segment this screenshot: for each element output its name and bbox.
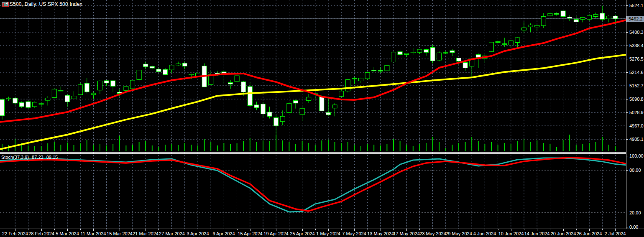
price-axis[interactable]: 5462.2 5524.15400.35338.45276.55214.6515… [626, 0, 644, 237]
chart-plot-canvas[interactable] [0, 0, 626, 229]
candle[interactable] [326, 98, 331, 116]
candle[interactable] [59, 87, 63, 91]
candle[interactable] [84, 78, 89, 93]
candle[interactable] [274, 115, 279, 136]
candle[interactable] [489, 42, 494, 52]
candle[interactable] [267, 107, 272, 119]
price-axis-label: 5090.8 [629, 97, 644, 102]
candle[interactable] [535, 25, 539, 32]
candle[interactable] [287, 102, 291, 113]
candle[interactable] [580, 17, 585, 23]
axis-tick [211, 229, 211, 230]
candle[interactable] [72, 91, 76, 99]
candle[interactable] [385, 65, 389, 72]
candle[interactable] [65, 94, 70, 107]
panel-separator[interactable] [0, 153, 644, 154]
candle[interactable] [254, 102, 259, 110]
candle[interactable] [398, 48, 402, 55]
candle[interactable] [587, 14, 592, 21]
candle[interactable] [509, 40, 513, 47]
indicator-label[interactable]: Stoch(37,3,9) 87.23 89.15 [1, 155, 59, 160]
candle[interactable] [502, 38, 507, 47]
candle[interactable] [91, 92, 96, 99]
candle[interactable] [391, 51, 396, 62]
candle[interactable] [26, 101, 31, 109]
candle[interactable] [163, 68, 168, 75]
candle[interactable] [124, 81, 128, 91]
candle[interactable] [33, 102, 37, 108]
candle[interactable] [476, 54, 480, 68]
candle[interactable] [19, 102, 24, 108]
candle[interactable] [450, 49, 455, 56]
candle[interactable] [111, 81, 115, 92]
candle[interactable] [483, 54, 487, 63]
panel-separator[interactable] [0, 152, 644, 153]
candle[interactable] [430, 45, 435, 63]
candle[interactable] [339, 89, 344, 97]
candle[interactable] [156, 68, 161, 72]
candle[interactable] [606, 15, 611, 22]
axis-tick [368, 229, 368, 230]
candle[interactable] [574, 16, 578, 22]
chart-title: US500, Daily: US SPX 500 Index [6, 1, 82, 7]
candle[interactable] [600, 6, 605, 21]
price-axis-label: 5400.3 [629, 30, 644, 35]
candle[interactable] [176, 62, 181, 66]
candle[interactable] [137, 70, 141, 82]
candle[interactable] [169, 65, 174, 73]
candle[interactable] [443, 51, 448, 54]
candle[interactable] [98, 80, 102, 94]
candle[interactable] [78, 83, 83, 95]
candle[interactable] [143, 62, 148, 69]
candle[interactable] [13, 97, 18, 104]
candle[interactable] [352, 77, 357, 84]
candle[interactable] [235, 73, 239, 89]
candle[interactable] [39, 102, 43, 107]
candle[interactable] [593, 13, 598, 18]
candle[interactable] [541, 13, 546, 28]
candle[interactable] [150, 66, 154, 69]
candle[interactable] [496, 41, 500, 46]
candle[interactable] [261, 102, 266, 117]
candle[interactable] [332, 103, 337, 116]
candle[interactable] [46, 96, 50, 105]
candle[interactable] [411, 48, 415, 54]
candle[interactable] [228, 80, 233, 89]
axis-tick [626, 126, 628, 126]
date-axis[interactable]: 22 Feb 202428 Feb 20245 Mar 202411 Mar 2… [0, 229, 644, 237]
candle[interactable] [307, 94, 311, 103]
candle[interactable] [567, 15, 572, 21]
candle[interactable] [130, 80, 135, 90]
candle[interactable] [548, 13, 552, 17]
candle[interactable] [522, 22, 526, 33]
stoch-signal-line [0, 158, 626, 211]
candle[interactable] [104, 80, 109, 86]
candle[interactable] [515, 38, 520, 48]
date-axis-label: 23 May 2024 [419, 231, 446, 236]
candle[interactable] [222, 70, 226, 84]
candle[interactable] [280, 110, 285, 125]
date-axis-label: 17 May 2024 [393, 231, 420, 236]
candle[interactable] [555, 13, 559, 16]
candle[interactable] [365, 72, 370, 80]
candle[interactable] [182, 62, 187, 69]
axis-tick [315, 229, 316, 230]
candle[interactable] [528, 23, 533, 32]
candle[interactable] [404, 53, 409, 57]
candle[interactable] [437, 51, 442, 61]
candle[interactable] [52, 89, 56, 99]
candle[interactable] [300, 107, 304, 121]
price-axis-label: 5338.4 [629, 43, 644, 48]
candle[interactable] [6, 97, 11, 101]
candle[interactable] [294, 99, 298, 109]
candle[interactable] [248, 82, 252, 107]
indicator-main-value: 87.23 [32, 155, 43, 160]
candle[interactable] [424, 49, 429, 56]
candle[interactable] [372, 67, 376, 73]
candle[interactable] [359, 78, 363, 83]
candle[interactable] [0, 98, 5, 120]
candle[interactable] [209, 71, 213, 85]
candle[interactable] [417, 49, 422, 54]
candle[interactable] [345, 79, 350, 92]
candle[interactable] [470, 58, 474, 77]
